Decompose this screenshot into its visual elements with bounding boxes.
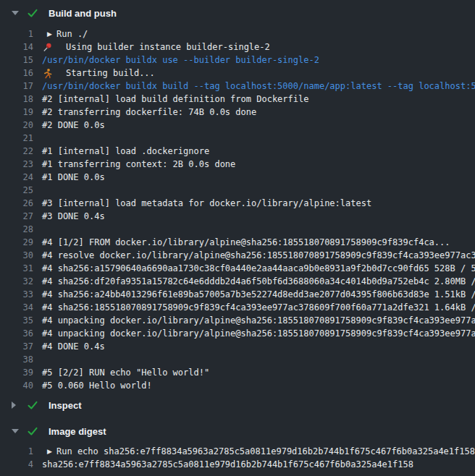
log-text: Using builder instance builder-single-2 [66,41,270,54]
line-number-link[interactable]: 36 [0,327,33,340]
log-line: 34#4 sha256:185518070891758909c9f839cf4c… [0,301,475,314]
log-text: #2 DONE 0.0s [42,119,105,132]
line-number-link[interactable]: 40 [0,379,33,392]
log-text: Run ./ [56,27,88,41]
log-text: #4 sha256:185518070891758909c9f839cf4ca3… [42,301,475,314]
log-line: 31#4 sha256:a15790640a6690aa1730c38cf0a4… [0,262,475,275]
log-text: #2 [internal] load build definition from… [42,93,308,106]
job-log-panel: Build and push1▶Run ./14Using builder in… [0,3,475,471]
line-number-link[interactable]: 23 [0,158,33,171]
log-text: #4 sha256:a15790640a6690aa1730c38cf0a440… [42,262,475,275]
log-line: 24#1 DONE 0.0s [0,171,475,184]
log-text: sha256:e7ff8834a5963a2785c5a0811e979d16b… [42,458,413,471]
line-number-link[interactable]: 31 [0,262,33,275]
line-number-link[interactable]: 38 [0,353,33,366]
log-line: 28 [0,223,475,236]
section-title: Build and push [49,8,117,19]
chevron-down-icon [12,429,20,433]
line-number-link[interactable]: 30 [0,249,33,262]
line-number-link[interactable]: 25 [0,184,33,197]
line-number-link[interactable]: 37 [0,340,33,353]
log-line: 4sha256:e7ff8834a5963a2785c5a0811e979d16… [0,458,475,471]
log-text: #4 [1/2] FROM docker.io/library/alpine@s… [42,236,450,249]
log-line: 16Starting build... [0,67,475,80]
log-line: 22#1 [internal] load .dockerignore [0,145,475,158]
log-line: 23#1 transferring context: 2B 0.0s done [0,158,475,171]
line-number-link[interactable]: 15 [0,54,33,67]
section-header-image-digest[interactable]: Image digest [0,421,475,441]
log-text: #4 sha256:a24bb4013296f61e89ba57005a7b3e… [42,288,475,301]
section-header-inspect[interactable]: Inspect [0,395,475,415]
line-number-link[interactable]: 21 [0,132,33,145]
chevron-right-icon [12,401,20,409]
line-number-link[interactable]: 16 [0,67,33,80]
log-line: 36#4 unpacking docker.io/library/alpine@… [0,327,475,340]
log-line: 33#4 sha256:a24bb4013296f61e89ba57005a7b… [0,288,475,301]
runner-icon [42,68,53,79]
line-number-link[interactable]: 28 [0,223,33,236]
log-line: 1▶Run echo sha256:e7ff8834a5963a2785c5a0… [0,445,475,458]
run-group-toggle-icon[interactable]: ▶ [47,27,56,41]
pushpin-icon [42,42,53,53]
line-number-link[interactable]: 22 [0,145,33,158]
log-line: 29#4 [1/2] FROM docker.io/library/alpine… [0,236,475,249]
log-text: #1 [internal] load .dockerignore [42,145,209,158]
log-line: 35#4 unpacking docker.io/library/alpine@… [0,314,475,327]
log-line: 40#5 0.060 Hello world! [0,379,475,392]
log-line: 1▶Run ./ [0,27,475,41]
line-number-link[interactable]: 24 [0,171,33,184]
check-icon [27,425,38,437]
line-number-link[interactable]: 29 [0,236,33,249]
line-number-link[interactable]: 34 [0,301,33,314]
line-number-link[interactable]: 14 [0,41,33,54]
line-number-link[interactable]: 39 [0,366,33,379]
section-header-build-and-push[interactable]: Build and push [0,3,475,23]
line-number-link[interactable]: 26 [0,197,33,210]
log-text-command: /usr/bin/docker buildx use --builder bui… [42,54,319,67]
log-text: #4 resolve docker.io/library/alpine@sha2… [42,249,475,262]
log-line: 14Using builder instance builder-single-… [0,41,475,54]
log-text: #4 DONE 0.4s [42,340,105,353]
log-line: 30#4 resolve docker.io/library/alpine@sh… [0,249,475,262]
log-lines-build-and-push[interactable]: 1▶Run ./14Using builder instance builder… [0,27,475,392]
log-line: 27#3 DONE 0.4s [0,210,475,223]
runner-icon-wrap [42,68,54,79]
line-number-link[interactable]: 27 [0,210,33,223]
log-line: 32#4 sha256:df20fa9351a15782c64e6dddb2d4… [0,275,475,288]
log-text: #5 [2/2] RUN echo "Hello world!" [42,366,209,379]
log-line: 26#3 [internal] load metadata for docker… [0,197,475,210]
log-line: 20#2 DONE 0.0s [0,119,475,132]
run-group-toggle-icon[interactable]: ▶ [47,445,56,458]
line-number-link[interactable]: 32 [0,275,33,288]
pushpin-icon-wrap [42,42,54,53]
log-text: #5 0.060 Hello world! [42,379,152,392]
line-number-link[interactable]: 33 [0,288,33,301]
log-line: 15/usr/bin/docker buildx use --builder b… [0,54,475,67]
log-text: #1 transferring context: 2B 0.0s done [42,158,235,171]
section-title: Image digest [49,426,106,437]
log-line: 39#5 [2/2] RUN echo "Hello world!" [0,366,475,379]
log-text: #4 unpacking docker.io/library/alpine@sh… [42,314,475,327]
log-text: #3 DONE 0.4s [42,210,105,223]
log-line: 25 [0,184,475,197]
log-line: 21 [0,132,475,145]
chevron-down-glyph [12,11,19,15]
line-number-link[interactable]: 35 [0,314,33,327]
line-number-link[interactable]: 19 [0,106,33,119]
chevron-down-icon [12,11,20,15]
line-number-link[interactable]: 4 [0,458,33,471]
log-line: 18#2 [internal] load build definition fr… [0,93,475,106]
line-number-link[interactable]: 1 [0,27,33,41]
line-number-link[interactable]: 17 [0,80,33,93]
line-number-link[interactable]: 18 [0,93,33,106]
log-text: #4 sha256:df20fa9351a15782c64e6dddb2d4a6… [42,275,475,288]
log-text: #3 [internal] load metadata for docker.i… [42,197,371,210]
log-text: Starting build... [66,67,155,80]
line-number-link[interactable]: 20 [0,119,33,132]
section-title: Inspect [49,400,82,411]
log-line: 17/usr/bin/docker buildx build --tag loc… [0,80,475,93]
log-lines-image-digest[interactable]: 1▶Run echo sha256:e7ff8834a5963a2785c5a0… [0,445,475,471]
log-text: Run echo sha256:e7ff8834a5963a2785c5a081… [56,445,475,458]
line-number-link[interactable]: 1 [0,445,33,458]
log-text: #2 transferring dockerfile: 74B 0.0s don… [42,106,256,119]
